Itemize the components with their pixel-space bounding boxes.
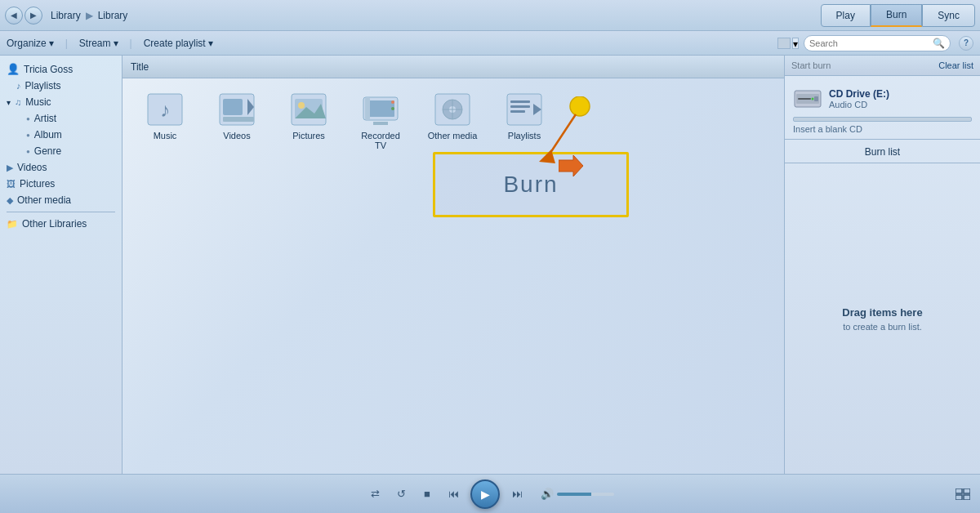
- sidebar-item-videos[interactable]: ▶ Videos: [0, 159, 122, 176]
- playlist-icon: ♪: [16, 81, 21, 91]
- media-icons-row: ♪ Music Videos: [122, 78, 784, 163]
- videos-icon-box: [216, 91, 257, 127]
- sidebar-item-other-libraries[interactable]: 📁 Other Libraries: [0, 216, 122, 232]
- svg-marker-29: [559, 155, 583, 176]
- expand-view-button[interactable]: [956, 488, 970, 500]
- media-item-music[interactable]: ♪ Music: [139, 91, 191, 141]
- music-icon-box: ♪: [145, 91, 185, 127]
- music-label: Music: [154, 131, 177, 141]
- volume-control: 🔊: [541, 488, 614, 500]
- sidebar-divider: [7, 212, 115, 212]
- create-playlist-menu[interactable]: Create playlist ▾: [144, 38, 213, 49]
- sidebar-item-genre[interactable]: ● Genre: [0, 143, 122, 159]
- search-input[interactable]: [809, 38, 929, 48]
- sidebar-item-user[interactable]: 👤 Tricia Goss: [0, 60, 122, 78]
- right-panel: Start burn Clear list: [784, 56, 980, 474]
- sidebar-item-other-media[interactable]: ◆ Other media: [0, 192, 122, 208]
- media-item-recorded-tv[interactable]: Recorded TV: [354, 91, 407, 150]
- view-toggle: ▾: [777, 38, 799, 49]
- view-icon[interactable]: [777, 38, 791, 49]
- music-label: Music: [25, 96, 51, 108]
- videos-icon-svg: [218, 92, 256, 127]
- help-button[interactable]: ?: [959, 36, 973, 51]
- sidebar-item-music[interactable]: ▾ ♫ Music: [0, 94, 122, 110]
- drag-items-section: Drag items here to create a burn list.: [785, 163, 980, 474]
- main-layout: 👤 Tricia Goss ♪ Playlists ▾ ♫ Music ● Ar…: [0, 56, 980, 474]
- content-title-bar: Title: [122, 56, 784, 78]
- cd-icon-svg: [793, 84, 822, 114]
- right-panel-header: Start burn Clear list: [785, 56, 980, 76]
- pictures-label: Pictures: [20, 178, 55, 190]
- stream-menu[interactable]: Stream ▾: [79, 38, 118, 49]
- sidebar-item-artist[interactable]: ● Artist: [0, 110, 122, 127]
- album-label: Album: [34, 129, 62, 141]
- media-item-pictures[interactable]: Pictures: [283, 91, 335, 141]
- toolbar-separator-2: |: [130, 38, 132, 49]
- svg-rect-33: [814, 96, 818, 101]
- pictures-label: Pictures: [292, 131, 325, 141]
- toolbar-separator-1: |: [65, 38, 68, 49]
- recorded-tv-label: Recorded TV: [354, 131, 407, 150]
- back-button[interactable]: ◀: [5, 7, 23, 25]
- pictures-icon: 🖼: [7, 179, 16, 189]
- pictures-icon-svg: [290, 92, 327, 127]
- svg-rect-32: [798, 98, 811, 100]
- media-item-other-media[interactable]: Other media: [426, 91, 479, 141]
- burn-list-label: Burn list: [785, 140, 980, 163]
- cd-drive-type: Audio CD: [829, 100, 972, 109]
- svg-point-34: [812, 98, 814, 100]
- svg-rect-13: [365, 97, 370, 120]
- svg-marker-28: [539, 149, 555, 163]
- stream-arrow-icon: ▾: [114, 38, 118, 49]
- svg-text:♪: ♪: [160, 99, 170, 121]
- drag-items-subtitle: to create a burn list.: [843, 322, 922, 332]
- music-icon-svg: ♪: [146, 92, 184, 127]
- svg-rect-3: [223, 99, 243, 115]
- nav-buttons: ◀ ▶: [5, 7, 42, 25]
- view-arrow-icon[interactable]: ▾: [792, 38, 799, 49]
- create-playlist-label: Create playlist: [144, 38, 206, 49]
- other-media-icon: ◆: [7, 195, 13, 206]
- forward-button[interactable]: ▶: [24, 7, 42, 25]
- artist-label: Artist: [34, 113, 56, 124]
- organize-menu[interactable]: Organize ▾: [7, 38, 54, 49]
- repeat-button[interactable]: ↺: [392, 485, 410, 503]
- svg-rect-22: [510, 100, 530, 103]
- content-area: Title ♪ Music: [122, 56, 784, 474]
- svg-rect-5: [223, 117, 254, 122]
- cd-drive-info: CD Drive (E:) Audio CD: [829, 88, 972, 109]
- search-icon[interactable]: 🔍: [933, 38, 945, 49]
- play-tab-button[interactable]: Play: [821, 4, 871, 27]
- create-playlist-arrow-icon: ▾: [208, 38, 213, 49]
- path-separator: ▶: [86, 10, 93, 21]
- user-label: Tricia Goss: [24, 64, 73, 75]
- tv-icon-svg: [362, 92, 399, 127]
- library-path-sub[interactable]: Library: [98, 10, 128, 21]
- stop-button[interactable]: ■: [418, 485, 436, 503]
- next-button[interactable]: ⏭: [508, 485, 526, 503]
- music-icon: ♫: [15, 97, 21, 107]
- svg-rect-11: [367, 100, 394, 117]
- organize-arrow-icon: ▾: [49, 38, 54, 49]
- clear-list-button[interactable]: Clear list: [938, 60, 973, 70]
- cd-drive-icon: [793, 84, 822, 114]
- svg-point-26: [570, 96, 590, 116]
- play-button[interactable]: ▶: [470, 480, 500, 509]
- shuffle-button[interactable]: ⇄: [366, 485, 384, 503]
- volume-slider[interactable]: [557, 493, 614, 496]
- sidebar-item-playlists[interactable]: ♪ Playlists: [0, 78, 122, 94]
- cd-drive-row: CD Drive (E:) Audio CD: [793, 84, 972, 114]
- breadcrumb: Library ▶ Library: [49, 10, 129, 21]
- sidebar-item-pictures[interactable]: 🖼 Pictures: [0, 176, 122, 192]
- svg-rect-38: [964, 495, 970, 500]
- burn-tab-button[interactable]: Burn: [871, 4, 922, 27]
- sync-tab-button[interactable]: Sync: [922, 4, 975, 27]
- cd-arrow-annotation: [559, 154, 583, 181]
- cd-progress-bar: [793, 117, 972, 122]
- library-path-label[interactable]: Library: [51, 10, 81, 21]
- previous-button[interactable]: ⏮: [444, 485, 462, 503]
- sidebar-item-album[interactable]: ● Album: [0, 127, 122, 143]
- media-item-videos[interactable]: Videos: [211, 91, 263, 141]
- top-bar: ◀ ▶ Library ▶ Library Play Burn Sync: [0, 0, 980, 31]
- circle-icon-2: ●: [26, 132, 30, 139]
